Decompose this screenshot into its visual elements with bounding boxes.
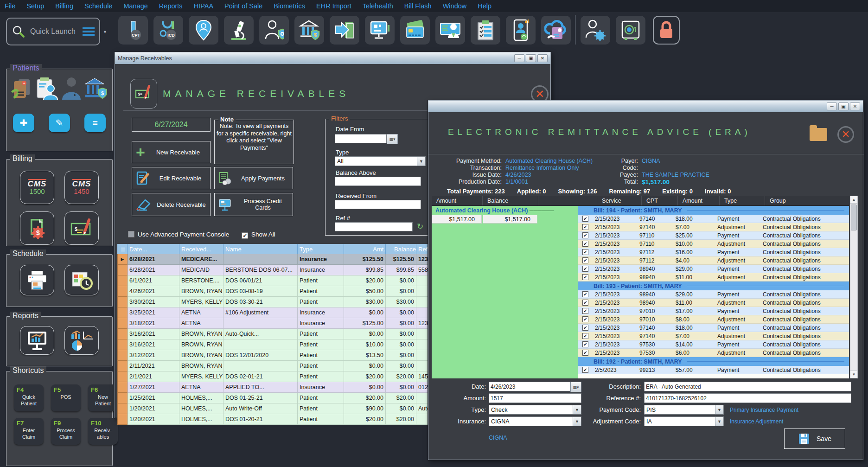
shortcut-f7-enter-claim[interactable]: F7Enter Claim — [14, 418, 44, 445]
menu-item-billing[interactable]: Billing — [55, 2, 73, 10]
col-type[interactable]: Type — [298, 244, 344, 254]
era-service-row[interactable]: ✔2/15/202397140$7.00AdjustmentContractua… — [578, 332, 849, 340]
era-service-row[interactable]: ✔2/15/202397110$10.00AdjustmentContractu… — [578, 240, 849, 248]
received-from-input[interactable] — [335, 200, 421, 209]
menu-item-ehr-import[interactable]: EHR Import — [316, 2, 351, 10]
era-service-row[interactable]: ✔2/15/202397110$25.00PaymentContractual … — [578, 231, 849, 240]
services-col-type[interactable]: Type — [720, 196, 765, 205]
era-description-input[interactable] — [644, 382, 851, 391]
folder-icon[interactable] — [810, 128, 827, 141]
user-settings-button[interactable] — [581, 16, 610, 45]
shortcut-f4-quick-patient[interactable]: F4Quick Patient — [14, 384, 44, 411]
add-patient-button[interactable]: ✚ — [13, 114, 34, 132]
menu-item-hipaa[interactable]: HIPAA — [194, 2, 213, 10]
col-balance[interactable]: Balance — [386, 244, 416, 254]
receivable-row[interactable]: 1/25/2021HOLMES,...DOS 01-25-21Patient$2… — [117, 393, 428, 403]
service-row-checkbox[interactable]: ✔ — [582, 224, 588, 230]
balance-above-input[interactable] — [335, 177, 421, 186]
era-titlebar[interactable]: ─ ▣ ✕ — [428, 101, 863, 112]
service-row-checkbox[interactable]: ✔ — [582, 325, 588, 331]
service-row-checkbox[interactable]: ✔ — [582, 350, 588, 356]
era-service-row[interactable]: ✔2/15/202397140$18.00PaymentContractual … — [578, 215, 849, 223]
receivable-row[interactable]: 1/20/2021HOLMES,...Auto Write-OffPatient… — [117, 403, 428, 414]
era-maximize-button[interactable]: ▣ — [838, 102, 849, 110]
menu-item-point-of-sale[interactable]: Point of Sale — [224, 2, 262, 10]
receivable-row[interactable]: 6/1/2021BERSTONE,...DOS 06/01/21Patient$… — [117, 275, 428, 286]
era-service-row[interactable]: ✔2/15/202397010$17.00PaymentContractual … — [578, 307, 849, 315]
bill-group-header[interactable]: Bill: 194 - Patient: SMITH, MARY — [578, 206, 849, 215]
mr-maximize-button[interactable]: ▣ — [526, 54, 536, 62]
service-row-checkbox[interactable]: ✔ — [582, 274, 588, 280]
receivable-row[interactable]: 3/16/2021BROWN, RYANAuto-Quick...Patient… — [117, 329, 428, 339]
menu-item-manage[interactable]: Manage — [123, 2, 147, 10]
services-col-group[interactable]: Group — [765, 196, 849, 205]
menu-item-setup[interactable]: Setup — [26, 2, 44, 10]
era-service-row[interactable]: ✔2/15/202397010$8.00AdjustmentContractua… — [578, 315, 849, 324]
shortcut-f6-new-patient[interactable]: F6New Patient — [88, 384, 118, 411]
services-col-amount[interactable]: Amount — [678, 196, 720, 205]
receivable-row[interactable]: 2/1/2021MYERS, KELLYDOS 02-01-21Patient$… — [117, 371, 428, 382]
patient-institution-icon[interactable]: $ — [84, 77, 108, 101]
new-receivable-button[interactable]: + New Receivable — [132, 141, 211, 163]
mr-titlebar[interactable]: Manage Receivables ─ ▣ ✕ — [115, 52, 550, 64]
era-type-select[interactable]: Check▼ — [489, 405, 581, 415]
shortcut-f5-pos[interactable]: F5POS — [51, 384, 81, 411]
report-viewer-button[interactable] — [20, 326, 54, 355]
col-ref[interactable]: Ref N — [416, 244, 428, 254]
cms-1450-button[interactable]: CMS 1450 — [64, 171, 99, 204]
era-service-row[interactable]: ✔2/5/202399213$57.00PaymentContractual O… — [578, 366, 849, 374]
receivable-row[interactable]: 1/27/2021AETNAAPPLIED TO...Insurance$0.0… — [117, 382, 428, 393]
payment-row[interactable]: $1,517.00 $1,517.00 — [432, 215, 578, 224]
payments-col-balance[interactable]: Balance — [483, 196, 538, 205]
remote-monitor-button[interactable] — [365, 16, 395, 45]
era-close-circle-button[interactable]: ✕ — [837, 126, 854, 143]
provider-location-button[interactable] — [189, 16, 218, 45]
receivable-row[interactable]: 6/28/2021MEDICAIDBERSTONE DOS 06-07...In… — [117, 265, 428, 275]
scrollbar-thumb[interactable] — [851, 205, 857, 230]
payments-col-amount[interactable]: Amount — [432, 196, 483, 205]
service-row-checkbox[interactable]: ✔ — [582, 300, 588, 306]
era-minimize-button[interactable]: ─ — [827, 102, 837, 110]
era-service-row[interactable]: ✔2/15/202398940$11.00AdjustmentContractu… — [578, 299, 849, 307]
era-service-row[interactable]: ✔2/15/202397112$16.00PaymentContractual … — [578, 248, 849, 256]
print-schedule-button[interactable] — [20, 265, 54, 295]
quick-launch-caret[interactable]: ▼ — [103, 30, 107, 34]
receivable-row[interactable]: 2/11/2021BROWN, RYANPatient$0.00$0.00 — [117, 361, 428, 371]
era-service-row[interactable]: ✔2/15/202397530$6.00AdjustmentContractua… — [578, 349, 849, 357]
edit-receivable-button[interactable]: Edit Receivable — [132, 167, 211, 189]
menu-hamburger-icon[interactable] — [83, 27, 95, 36]
service-row-checkbox[interactable]: ✔ — [582, 216, 588, 222]
telehealth-phone-button[interactable] — [506, 16, 536, 45]
icd-codes-button[interactable]: ICD — [153, 16, 183, 45]
mr-current-date[interactable]: 6/27/2024 — [132, 118, 211, 132]
show-all-checkbox[interactable]: ✔Show All — [242, 230, 275, 239]
era-insurance-select[interactable]: CIGNA▼ — [489, 416, 581, 426]
era-service-row[interactable]: ✔2/15/202397140$7.00AdjustmentContractua… — [578, 223, 849, 231]
service-row-checkbox[interactable]: ✔ — [582, 333, 588, 339]
service-row-checkbox[interactable]: ✔ — [582, 266, 588, 272]
services-scrollbar[interactable]: ▲ ▼ — [850, 196, 858, 378]
scroll-up-icon[interactable]: ▲ — [850, 196, 857, 204]
col-received[interactable]: Received... — [179, 244, 223, 254]
patient-security-button[interactable] — [259, 16, 289, 45]
shortcut-f10-receivables[interactable]: F10Receiv- ables — [88, 418, 118, 445]
era-service-row[interactable]: ✔2/15/202398940$11.00AdjustmentContractu… — [578, 273, 849, 281]
patient-charts-icon[interactable]: + — [11, 77, 32, 101]
mr-close-button[interactable]: ✕ — [537, 54, 548, 62]
receivable-row[interactable]: 4/26/2021BROWN, RYANDOS 03-08-19Patient$… — [117, 286, 428, 297]
bill-group-header[interactable]: Bill: 193 - Patient: SMITH, MARY — [578, 281, 849, 290]
service-row-checkbox[interactable]: ✔ — [582, 241, 588, 247]
era-insurance-link[interactable]: CIGNA — [489, 435, 507, 441]
process-credit-cards-button[interactable]: Process Credit Cards — [214, 193, 293, 216]
service-row-checkbox[interactable]: ✔ — [582, 291, 588, 297]
era-service-row[interactable]: ✔2/15/202397530$14.00PaymentContractual … — [578, 340, 849, 349]
service-row-checkbox[interactable]: ✔ — [582, 232, 588, 238]
era-service-row[interactable]: ✔2/15/202398940$29.00PaymentContractual … — [578, 265, 849, 273]
receivable-row[interactable]: 3/16/2021BROWN, RYANPatient$10.00$0.00 — [117, 339, 428, 350]
receivable-row[interactable]: 1/20/2021HOLMES,...DOS 01-20-21Patient$2… — [117, 414, 428, 425]
menu-item-reports[interactable]: Reports — [159, 2, 183, 10]
lock-button[interactable] — [653, 16, 680, 45]
task-checklist-button[interactable] — [471, 16, 500, 45]
menu-item-biometrics[interactable]: Biometrics — [274, 2, 305, 10]
credit-cards-button[interactable] — [400, 16, 430, 45]
